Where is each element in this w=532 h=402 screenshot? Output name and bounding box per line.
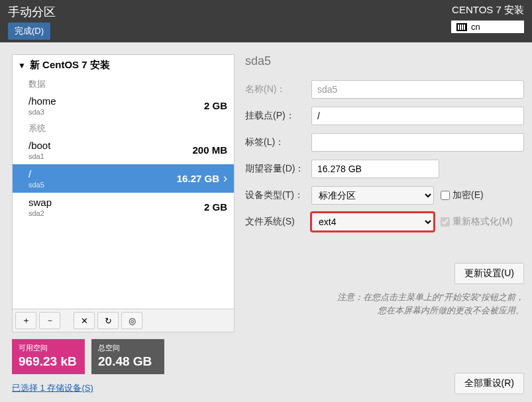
- encrypt-label: 加密(E): [452, 189, 484, 201]
- reformat-checkbox: [441, 217, 450, 226]
- partition-toolbar: ＋ － ✕ ↻ ◎: [12, 309, 235, 332]
- devtype-label: 设备类型(T)：: [245, 189, 305, 201]
- available-space-label: 可用空间: [19, 343, 78, 353]
- plus-icon: ＋: [22, 315, 30, 327]
- section-data-label: 数据: [13, 75, 234, 91]
- label-label: 标签(L)：: [245, 136, 305, 148]
- capacity-input[interactable]: [311, 160, 439, 178]
- keyboard-indicator[interactable]: cn: [451, 21, 524, 33]
- installer-name: CENTOS 7 安装: [451, 4, 524, 17]
- storage-devices-link[interactable]: 已选择 1 存储设备(S): [12, 382, 235, 394]
- name-label: 名称(N)：: [245, 83, 305, 95]
- filesystem-select[interactable]: ext4: [311, 213, 434, 231]
- configure-button[interactable]: ✕: [74, 312, 95, 329]
- size-label: 200 MB: [192, 144, 227, 156]
- name-input: [311, 80, 524, 99]
- size-label: 16.27 GB: [177, 173, 219, 184]
- encrypt-checkbox-wrap[interactable]: 加密(E): [441, 189, 484, 201]
- tools-icon: ✕: [81, 316, 88, 326]
- done-button[interactable]: 完成(D): [8, 23, 50, 40]
- mount-label: /: [28, 168, 44, 179]
- triangle-down-icon: ▼: [18, 61, 26, 70]
- keyboard-layout-label: cn: [471, 22, 480, 32]
- available-space-value: 969.23 kB: [19, 354, 78, 369]
- page-title: 手动分区: [8, 4, 56, 20]
- fs-label: 文件系统(S): [245, 216, 305, 228]
- update-settings-button[interactable]: 更新设置(U): [454, 263, 524, 284]
- mount-label: /boot: [28, 140, 50, 151]
- topbar: 手动分区 完成(D) CENTOS 7 安装 cn: [0, 0, 532, 42]
- reset-all-button[interactable]: 全部重设(R): [454, 373, 524, 394]
- device-label: sda1: [28, 152, 50, 160]
- size-label: 2 GB: [204, 100, 227, 111]
- total-space-box: 总空间 20.48 GB: [91, 339, 164, 374]
- detail-title: sda5: [245, 54, 524, 68]
- encrypt-checkbox[interactable]: [441, 191, 450, 200]
- reformat-checkbox-wrap: 重新格式化(M): [441, 216, 513, 228]
- add-partition-button[interactable]: ＋: [15, 312, 36, 329]
- remove-partition-button[interactable]: －: [39, 312, 60, 329]
- minus-icon: －: [46, 315, 54, 327]
- partition-item-boot[interactable]: /boot sda1 200 MB: [13, 136, 234, 164]
- partition-item-swap[interactable]: swap sda2 2 GB: [13, 193, 234, 221]
- partition-item-root[interactable]: / sda5 16.27 GB ›: [13, 164, 234, 193]
- total-space-value: 20.48 GB: [98, 354, 158, 369]
- section-system-label: 系统: [13, 120, 234, 136]
- mount-label-field: 挂载点(P)：: [245, 110, 305, 122]
- tree-header-label: 新 CentOS 7 安装: [30, 59, 110, 72]
- devtype-select[interactable]: 标准分区: [311, 186, 434, 205]
- mount-label: swap: [28, 197, 52, 208]
- reformat-label: 重新格式化(M): [452, 216, 513, 228]
- disk-icon: ◎: [129, 316, 136, 326]
- tree-header[interactable]: ▼ 新 CentOS 7 安装: [13, 55, 234, 75]
- device-label: sda3: [28, 108, 56, 116]
- total-space-label: 总空间: [98, 343, 158, 353]
- capacity-label: 期望容量(D)：: [245, 163, 305, 175]
- label-input[interactable]: [311, 133, 524, 152]
- refresh-icon: ↻: [105, 316, 112, 326]
- available-space-box: 可用空间 969.23 kB: [12, 339, 85, 374]
- keyboard-icon: [456, 23, 467, 31]
- partition-tree: ▼ 新 CentOS 7 安装 数据 /home sda3 2 GB 系统 /b…: [12, 54, 235, 309]
- mount-input[interactable]: [311, 107, 524, 125]
- partition-item-home[interactable]: /home sda3 2 GB: [13, 91, 234, 120]
- chevron-right-icon: ›: [223, 172, 227, 185]
- size-label: 2 GB: [204, 201, 227, 213]
- refresh-button[interactable]: ↻: [97, 312, 119, 329]
- device-label: sda2: [28, 209, 52, 217]
- help-button[interactable]: ◎: [121, 312, 142, 329]
- mount-label: /home: [28, 95, 56, 107]
- device-label: sda5: [28, 181, 44, 189]
- settings-note: 注意：在您点击主菜单上的“开始安装“按钮之前， 您在本屏幕内所做的更改不会被应用…: [245, 291, 524, 317]
